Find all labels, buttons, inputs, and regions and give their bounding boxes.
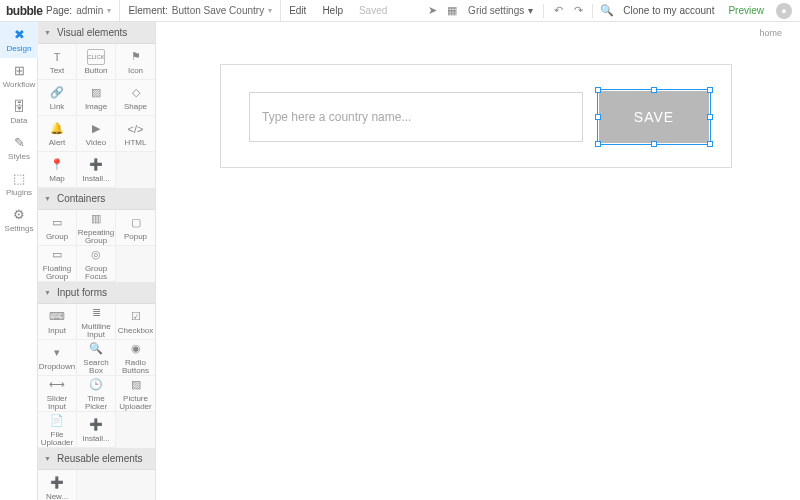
item-label: Repeating Group <box>77 229 115 245</box>
palette-map[interactable]: 📍Map <box>38 152 77 188</box>
canvas-group-container[interactable]: Type here a country name... SAVE <box>220 64 732 168</box>
data-icon: 🗄 <box>13 99 26 114</box>
chevron-down-icon: ▾ <box>107 6 111 15</box>
nav-plugins[interactable]: ⬚Plugins <box>0 166 38 202</box>
palette-searchbox[interactable]: 🔍Search Box <box>77 340 116 376</box>
item-label: Group Focus <box>77 265 115 281</box>
item-label: Popup <box>124 233 147 241</box>
collapse-icon: ▼ <box>44 29 51 36</box>
pointer-tool-icon[interactable]: ➤ <box>422 4 442 17</box>
palette-slider[interactable]: ⟷Slider Input <box>38 376 77 412</box>
item-label: Group <box>46 233 68 241</box>
palette-new-reusable[interactable]: ➕New... <box>38 470 77 500</box>
palette-section-containers[interactable]: ▼Containers <box>38 188 155 210</box>
item-label: Alert <box>49 139 65 147</box>
palette-section-inputs[interactable]: ▼Input forms <box>38 282 155 304</box>
nav-data[interactable]: 🗄Data <box>0 94 38 130</box>
palette-radio[interactable]: ◉Radio Buttons <box>116 340 155 376</box>
palette-dropdown[interactable]: ▾Dropdown <box>38 340 77 376</box>
palette-image[interactable]: ▨Image <box>77 80 116 116</box>
saved-indicator: Saved <box>351 5 395 16</box>
html-icon: </> <box>127 121 145 137</box>
item-label: Install... <box>82 435 110 443</box>
multiline-icon: ≣ <box>87 305 105 321</box>
palette-link[interactable]: 🔗Link <box>38 80 77 116</box>
preview-button[interactable]: Preview <box>720 5 772 16</box>
element-selector-label: Element: <box>128 5 167 16</box>
shape-icon: ◇ <box>127 85 145 101</box>
palette-install-visual[interactable]: ➕Install... <box>77 152 116 188</box>
item-label: Checkbox <box>118 327 154 335</box>
map-icon: 📍 <box>48 157 66 173</box>
palette-install-inputs[interactable]: ➕Install... <box>77 412 116 448</box>
item-label: Multiline Input <box>77 323 115 339</box>
palette-multiline[interactable]: ≣Multiline Input <box>77 304 116 340</box>
palette-video[interactable]: ▶Video <box>77 116 116 152</box>
help-menu[interactable]: Help <box>314 5 351 16</box>
file-icon: 📄 <box>48 413 66 429</box>
chevron-down-icon: ▾ <box>528 5 533 16</box>
nav-label: Plugins <box>6 188 32 197</box>
palette-group[interactable]: ▭Group <box>38 210 77 246</box>
section-title: Visual elements <box>57 27 127 38</box>
user-avatar[interactable]: ● <box>776 3 792 19</box>
nav-workflow[interactable]: ⊞Workflow <box>0 58 38 94</box>
flag-icon: ⚑ <box>127 49 145 65</box>
grid-tool-icon[interactable]: ▦ <box>442 4 462 17</box>
item-label: Time Picker <box>77 395 115 411</box>
nav-settings[interactable]: ⚙Settings <box>0 202 38 238</box>
undo-icon[interactable]: ↶ <box>548 4 568 17</box>
plus-icon: ➕ <box>48 475 66 491</box>
floating-group-icon: ▭ <box>48 247 66 263</box>
grid-settings-dropdown[interactable]: Grid settings ▾ <box>462 5 539 16</box>
canvas-input-country[interactable]: Type here a country name... <box>249 92 583 142</box>
item-label: Icon <box>128 67 143 75</box>
plus-icon: ➕ <box>87 417 105 433</box>
item-label: Slider Input <box>38 395 76 411</box>
palette-group-focus[interactable]: ◎Group Focus <box>77 246 116 282</box>
palette-text[interactable]: TText <box>38 44 77 80</box>
edit-menu[interactable]: Edit <box>281 5 314 16</box>
palette-popup[interactable]: ▢Popup <box>116 210 155 246</box>
item-label: Image <box>85 103 107 111</box>
breadcrumb-home[interactable]: home <box>759 28 782 38</box>
item-label: Install... <box>82 175 110 183</box>
page-selector[interactable]: Page: admin ▾ <box>38 0 120 22</box>
item-label: File Uploader <box>38 431 76 447</box>
item-label: Shape <box>124 103 147 111</box>
clone-button[interactable]: Clone to my account <box>617 5 720 16</box>
popup-icon: ▢ <box>127 215 145 231</box>
item-label: Text <box>50 67 65 75</box>
page-selector-label: Page: <box>46 5 72 16</box>
search-icon[interactable]: 🔍 <box>597 4 617 17</box>
palette-timepicker[interactable]: 🕒Time Picker <box>77 376 116 412</box>
palette-repeating-group[interactable]: ▥Repeating Group <box>77 210 116 246</box>
input-icon: ⌨ <box>48 309 66 325</box>
palette-section-visual[interactable]: ▼Visual elements <box>38 22 155 44</box>
section-title: Containers <box>57 193 105 204</box>
text-icon: T <box>48 49 66 65</box>
palette-file-uploader[interactable]: 📄File Uploader <box>38 412 77 448</box>
item-label: Input <box>48 327 66 335</box>
palette-picture-uploader[interactable]: ▨Picture Uploader <box>116 376 155 412</box>
palette-floating-group[interactable]: ▭Floating Group <box>38 246 77 282</box>
palette-alert[interactable]: 🔔Alert <box>38 116 77 152</box>
nav-design[interactable]: ✖Design <box>0 22 38 58</box>
canvas-save-button[interactable]: SAVE <box>599 91 709 143</box>
palette-section-reusable[interactable]: ▼Reusable elements <box>38 448 155 470</box>
nav-label: Styles <box>8 152 30 161</box>
nav-styles[interactable]: ✎Styles <box>0 130 38 166</box>
palette-icon[interactable]: ⚑Icon <box>116 44 155 80</box>
palette-button[interactable]: CLICKButton <box>77 44 116 80</box>
redo-icon[interactable]: ↷ <box>568 4 588 17</box>
palette-shape[interactable]: ◇Shape <box>116 80 155 116</box>
palette-checkbox[interactable]: ☑Checkbox <box>116 304 155 340</box>
design-canvas[interactable]: home Type here a country name... SAVE <box>156 22 800 500</box>
item-label: Video <box>86 139 106 147</box>
palette-html[interactable]: </>HTML <box>116 116 155 152</box>
design-icon: ✖ <box>14 27 25 42</box>
element-selector[interactable]: Element: Button Save Country ▾ <box>120 0 281 22</box>
button-icon: CLICK <box>87 49 105 65</box>
page-selector-value: admin <box>76 5 103 16</box>
palette-input[interactable]: ⌨Input <box>38 304 77 340</box>
